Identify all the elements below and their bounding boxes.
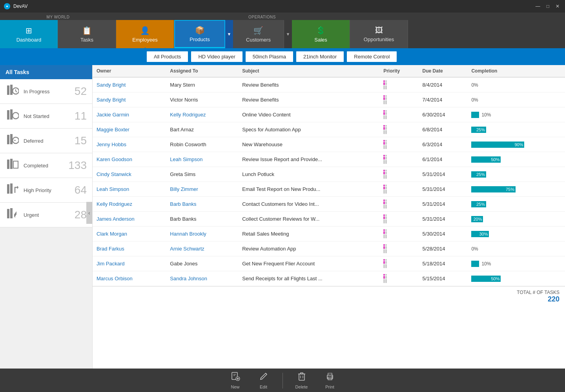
svg-rect-7 (10, 134, 13, 144)
cell-due-date: 6/1/2014 (419, 152, 468, 167)
print-button[interactable]: Print (321, 372, 339, 389)
cell-priority (379, 271, 418, 286)
customers-tab-group: 🛒 Customers ▼ (233, 20, 292, 48)
cell-subject: Get New Frequent Flier Account (238, 256, 379, 271)
ribbon-tab-hd-video[interactable]: HD Video player (191, 51, 242, 62)
total-label: TOTAL # OF TASKS (517, 290, 560, 295)
operations-group: OPERATIONS 👤 Employees 📦 Products ▼ (116, 13, 408, 48)
print-icon (325, 372, 335, 383)
cell-due-date: 5/31/2014 (419, 182, 468, 197)
cell-due-date: 5/31/2014 (419, 167, 468, 182)
sidebar-item-in-progress[interactable]: In Progress 52 (0, 79, 92, 104)
svg-rect-13 (10, 183, 13, 194)
cell-subject: Review Benefits (238, 77, 379, 93)
high-priority-inner: High Priority (24, 187, 71, 193)
svg-rect-0 (7, 85, 9, 95)
table-row: Jackie Garmin Kelly Rodriguez Online Vid… (93, 107, 565, 122)
products-dropdown-btn[interactable]: ▼ (225, 20, 233, 48)
tab-opportunities[interactable]: 🖼 Opportunities (350, 20, 408, 48)
ribbon-tab-50inch[interactable]: 50inch Plasma (246, 51, 293, 62)
cell-assigned: Bart Arnaz (166, 122, 238, 137)
completed-count: 133 (68, 159, 87, 172)
tab-dashboard[interactable]: ⊞ Dashboard (0, 20, 58, 48)
cell-subject: Review Issue Report and Provide... (238, 152, 379, 167)
ribbon-tab-all-products[interactable]: All Products (147, 51, 188, 62)
cell-due-date: 5/31/2014 (419, 197, 468, 212)
cell-priority (379, 107, 418, 122)
new-icon (231, 372, 240, 383)
minimize-btn[interactable]: — (534, 4, 542, 9)
table-row: Sandy Bright Mary Stern Review Benefits … (93, 77, 565, 93)
edit-button[interactable]: Edit (254, 372, 273, 389)
cell-assigned: Greta Sims (166, 167, 238, 182)
cell-owner: James Anderson (93, 212, 166, 227)
cell-assigned: Leah Simpson (166, 152, 238, 167)
cell-subject: Contact Customers for Video Int... (238, 197, 379, 212)
cell-due-date: 5/30/2014 (419, 227, 468, 241)
ribbon-tab-21inch[interactable]: 21inch Monitor (296, 51, 344, 62)
svg-rect-12 (7, 184, 9, 194)
total-row: TOTAL # OF TASKS 220 (93, 286, 565, 307)
content-area: Owner Assigned To Subject Priority Due D… (93, 65, 565, 392)
cell-assigned: Victor Norris (166, 93, 238, 107)
col-owner: Owner (93, 65, 166, 77)
cell-assigned: Mary Stern (166, 77, 238, 93)
not-started-inner: Not Started (24, 113, 71, 119)
high-priority-count: 64 (75, 184, 87, 196)
deferred-icon (5, 133, 20, 148)
cell-priority (379, 122, 418, 137)
collapse-sidebar-btn[interactable]: ‹ (86, 202, 92, 224)
cell-owner: Sandy Bright (93, 77, 166, 93)
tab-sales[interactable]: 💲 Sales (292, 20, 350, 48)
cell-due-date: 7/4/2014 (419, 93, 468, 107)
sidebar-item-completed[interactable]: Completed 133 (0, 153, 92, 178)
cell-assigned: Kelly Rodriguez (166, 107, 238, 122)
cell-owner: Karen Goodson (93, 152, 166, 167)
ribbon-tab-remote[interactable]: Remote Control (347, 51, 397, 62)
blue-ribbon: All Products HD Video player 50inch Plas… (0, 48, 565, 65)
tab-customers[interactable]: 🛒 Customers (233, 20, 284, 48)
restore-btn[interactable]: □ (545, 4, 551, 9)
sidebar-item-deferred[interactable]: Deferred 15 (0, 129, 92, 153)
cell-due-date: 6/3/2014 (419, 137, 468, 152)
cell-completion: 25% (467, 122, 565, 137)
products-label: Products (190, 36, 210, 42)
urgent-label: Urgent (24, 212, 71, 218)
sales-label: Sales (314, 37, 327, 43)
cell-owner: Sandy Bright (93, 93, 166, 107)
sidebar-item-urgent[interactable]: ! Urgent 28 (0, 203, 92, 227)
urgent-icon: ! (5, 207, 20, 222)
content-wrapper: All Tasks In Progress 52 (0, 65, 565, 392)
cell-completion: 0% (467, 241, 565, 256)
edit-label: Edit (260, 385, 267, 389)
dashboard-label: Dashboard (16, 37, 42, 43)
new-button[interactable]: New (226, 372, 245, 389)
sidebar-item-not-started[interactable]: Not Started 11 (0, 104, 92, 129)
app-title: DevAV (13, 4, 27, 9)
new-label: New (231, 385, 239, 389)
products-tab-group: 📦 Products ▼ (174, 20, 233, 48)
delete-button[interactable]: Delete (292, 372, 311, 389)
cell-assigned: Gabe Jones (166, 256, 238, 271)
cell-assigned: Arnie Schwartz (166, 241, 238, 256)
in-progress-label: In Progress (24, 89, 71, 94)
tab-employees[interactable]: 👤 Employees (116, 20, 174, 48)
not-started-label: Not Started (24, 113, 71, 119)
svg-rect-6 (7, 135, 9, 144)
close-btn[interactable]: ✕ (554, 4, 561, 9)
customers-dropdown-btn[interactable]: ▼ (284, 20, 292, 48)
table-row: Clark Morgan Hannah Brookly Retail Sales… (93, 227, 565, 241)
sidebar-item-high-priority[interactable]: High Priority 64 (0, 178, 92, 203)
customers-icon: 🛒 (253, 26, 263, 35)
delete-icon (297, 372, 306, 383)
cell-subject: Retail Sales Meeting (238, 227, 379, 241)
cell-subject: Email Test Report on New Produ... (238, 182, 379, 197)
tab-tasks[interactable]: 📋 Tasks (58, 20, 116, 48)
tasks-table: Owner Assigned To Subject Priority Due D… (93, 65, 565, 286)
cell-due-date: 6/30/2014 (419, 107, 468, 122)
svg-rect-4 (10, 109, 13, 120)
cell-subject: Review Benefits (238, 93, 379, 107)
tab-products[interactable]: 📦 Products (174, 20, 225, 48)
deferred-label: Deferred (24, 138, 71, 144)
svg-rect-3 (7, 110, 9, 120)
